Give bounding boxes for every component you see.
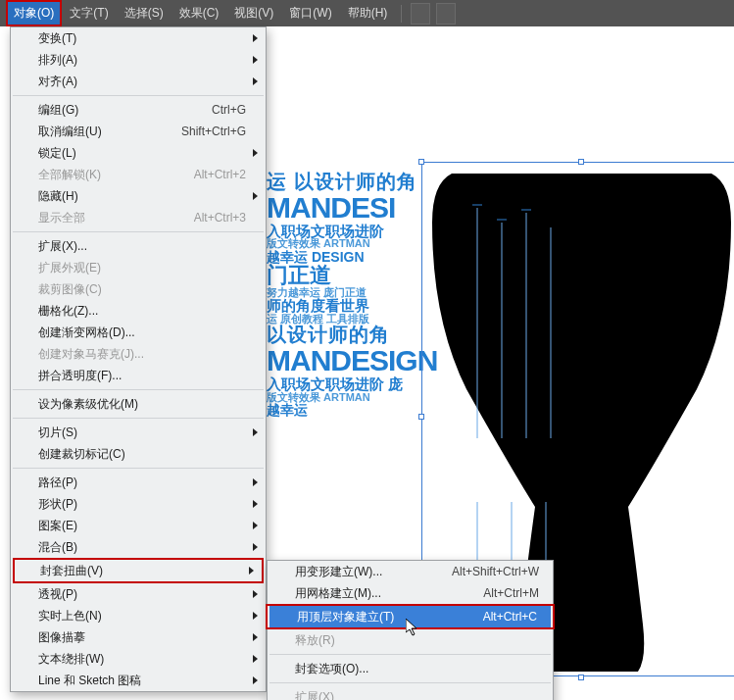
menu-item[interactable]: 取消编组(U)Shift+Ctrl+G [11,121,266,142]
menu-item[interactable]: 隐藏(H) [11,185,266,207]
menu-view[interactable]: 视图(V) [226,0,281,26]
menu-item[interactable]: 创建渐变网格(D)... [11,322,266,343]
menu-item[interactable]: 栅格化(Z)... [11,300,266,322]
menu-item[interactable]: 创建裁切标记(C) [11,443,266,465]
menu-type[interactable]: 文字(T) [62,0,116,26]
toolbar-button-2[interactable] [436,3,456,25]
menu-item: 扩展外观(E) [11,257,266,278]
toolbar-button-1[interactable] [411,3,430,25]
menu-item[interactable]: 锁定(L) [11,142,266,164]
menu-object[interactable]: 对象(O) [6,0,62,26]
menu-item[interactable]: 切片(S) [11,422,266,443]
menu-item[interactable]: 拼合透明度(F)... [11,365,266,386]
menu-item[interactable]: 透视(P) [11,583,266,605]
selection-handle[interactable] [578,159,584,165]
menu-item: 显示全部Alt+Ctrl+3 [11,207,266,228]
menu-item: 全部解锁(K)Alt+Ctrl+2 [11,164,266,185]
menu-item[interactable]: 扩展(X)... [11,235,266,257]
menu-window[interactable]: 窗口(W) [281,0,339,26]
menu-item[interactable]: 封套扭曲(V) [15,560,262,581]
menu-effect[interactable]: 效果(C) [171,0,227,26]
submenu-item[interactable]: 封套选项(O)... [268,658,553,679]
menu-item[interactable]: 路径(P) [11,472,266,493]
menu-item: 创建对象马赛克(J)... [11,343,266,365]
menu-item[interactable]: 变换(T) [11,27,266,49]
submenu-item[interactable]: 用网格建立(M)...Alt+Ctrl+M [268,582,553,604]
selection-handle[interactable] [418,159,424,165]
menu-item[interactable]: 图像描摹 [11,626,266,648]
menu-item[interactable]: 实时上色(N) [11,605,266,626]
menu-item[interactable]: 文本绕排(W) [11,648,266,670]
menu-item[interactable]: 图案(E) [11,515,266,536]
menu-select[interactable]: 选择(S) [117,0,171,26]
menu-help[interactable]: 帮助(H) [340,0,396,26]
menu-item[interactable]: 对齐(A) [11,71,266,92]
menubar: 对象(O) 文字(T) 选择(S) 效果(C) 视图(V) 窗口(W) 帮助(H… [0,0,734,26]
menu-item: 裁剪图像(C) [11,278,266,300]
menu-item[interactable]: 设为像素级优化(M) [11,393,266,415]
submenu-item[interactable]: 用变形建立(W)...Alt+Shift+Ctrl+W [268,561,553,582]
selection-handle[interactable] [418,414,424,420]
menu-item[interactable]: Line 和 Sketch 图稿 [11,670,266,691]
menubar-separator [401,5,402,23]
menu-item[interactable]: 编组(G)Ctrl+G [11,99,266,121]
menu-item[interactable]: 排列(A) [11,49,266,71]
selection-handle[interactable] [578,675,584,680]
submenu-item: 扩展(X) [268,686,553,700]
menu-item[interactable]: 混合(B) [11,536,266,558]
menu-item[interactable]: 形状(P) [11,493,266,515]
object-dropdown: 变换(T)排列(A)对齐(A)编组(G)Ctrl+G取消编组(U)Shift+C… [10,26,267,692]
